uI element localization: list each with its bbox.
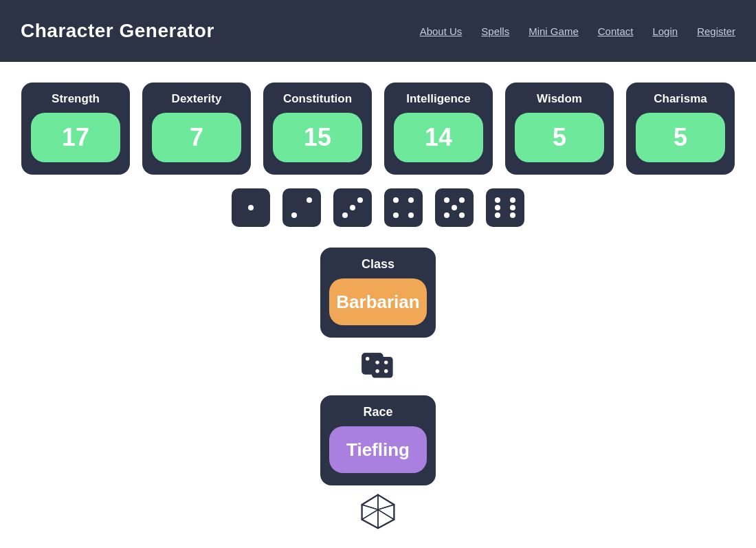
main-content: Strength 17 Dexterity 7 Constitution 15 … [0, 62, 756, 548]
stat-label-constitution: Constitution [283, 92, 352, 106]
stat-label-strength: Strength [52, 92, 100, 106]
svg-point-7 [384, 360, 388, 364]
class-section: Class Barbarian [320, 248, 436, 382]
stat-label-charisma: Charisma [654, 92, 707, 106]
reroll-race-button[interactable] [359, 492, 397, 529]
register-link[interactable]: Register [697, 25, 735, 37]
stat-value-wisdom: 5 [515, 113, 604, 162]
dice-buttons-row [232, 188, 524, 227]
stat-card-strength: Strength 17 [21, 83, 130, 175]
reroll-constitution-button[interactable] [333, 188, 372, 227]
stat-value-constitution: 15 [273, 113, 362, 162]
svg-line-20 [362, 509, 378, 519]
d20-race-icon [359, 492, 397, 529]
die-face-6 [493, 195, 518, 220]
stat-card-charisma: Charisma 5 [626, 83, 735, 175]
reroll-strength-button[interactable] [232, 188, 270, 227]
svg-point-8 [375, 369, 379, 373]
stat-card-intelligence: Intelligence 14 [384, 83, 493, 175]
stat-label-dexterity: Dexterity [172, 92, 222, 106]
reroll-dexterity-button[interactable] [282, 188, 321, 227]
class-card: Class Barbarian [320, 248, 436, 338]
svg-line-18 [362, 505, 378, 509]
stat-value-strength: 17 [31, 113, 120, 162]
nav-links: About Us Spells Mini Game Contact Login … [420, 25, 735, 37]
stat-value-charisma: 5 [636, 113, 725, 162]
die-face-2 [289, 195, 314, 220]
class-value: Barbarian [329, 278, 427, 325]
app-title: Character Generator [21, 20, 214, 42]
race-value: Tiefling [329, 426, 427, 473]
svg-rect-5 [372, 357, 393, 378]
die-face-4 [391, 195, 416, 220]
mini-game-link[interactable]: Mini Game [529, 25, 579, 37]
about-us-link[interactable]: About Us [420, 25, 463, 37]
die-face-3 [340, 195, 365, 220]
stat-label-wisdom: Wisdom [537, 92, 582, 106]
stats-row: Strength 17 Dexterity 7 Constitution 15 … [21, 83, 735, 175]
stat-label-intelligence: Intelligence [406, 92, 471, 106]
reroll-intelligence-button[interactable] [384, 188, 423, 227]
die-face-1 [238, 195, 263, 220]
svg-point-9 [384, 369, 388, 373]
spells-link[interactable]: Spells [481, 25, 509, 37]
stat-card-constitution: Constitution 15 [263, 83, 372, 175]
die-face-5 [442, 195, 467, 220]
reroll-wisdom-button[interactable] [435, 188, 474, 227]
class-label: Class [362, 257, 394, 272]
stat-value-intelligence: 14 [394, 113, 483, 162]
login-link[interactable]: Login [652, 25, 678, 37]
svg-marker-16 [378, 509, 394, 528]
stat-card-wisdom: Wisdom 5 [505, 83, 614, 175]
race-section: Race Tiefling [320, 395, 436, 529]
contact-link[interactable]: Contact [598, 25, 634, 37]
svg-line-19 [378, 505, 394, 509]
dice-class-icon [359, 344, 397, 382]
svg-line-21 [378, 509, 394, 519]
race-card: Race Tiefling [320, 395, 436, 485]
race-label: Race [363, 405, 392, 419]
navbar: Character Generator About Us Spells Mini… [0, 0, 756, 62]
svg-point-6 [375, 360, 379, 364]
stat-value-dexterity: 7 [152, 113, 241, 162]
stat-card-dexterity: Dexterity 7 [142, 83, 251, 175]
reroll-class-button[interactable] [359, 344, 397, 382]
svg-point-2 [366, 357, 369, 360]
svg-marker-15 [362, 509, 378, 528]
reroll-charisma-button[interactable] [486, 188, 524, 227]
